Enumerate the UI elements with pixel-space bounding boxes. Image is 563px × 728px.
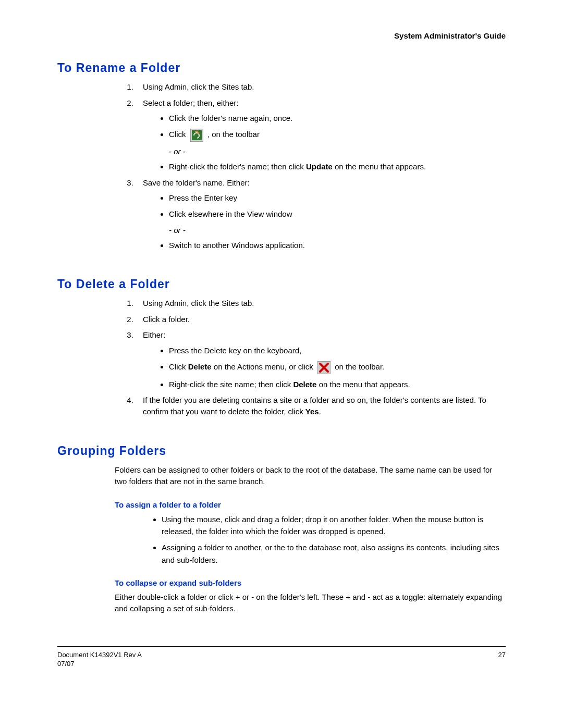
sub-bullets: Press the Delete key on the keyboard, Cl…: [153, 344, 506, 390]
bullet-text-pre: Click: [169, 130, 188, 139]
collapse-expand-paragraph: Either double-click a folder or click + …: [115, 591, 506, 615]
bullet-text-post: , on the toolbar: [207, 130, 260, 139]
bullet-text: Press the Delete key on the keyboard,: [169, 346, 301, 355]
bold-word: Update: [306, 162, 333, 171]
bullet-text-post: on the menu that appears.: [316, 380, 410, 389]
list-item: Either: Press the Delete key on the keyb…: [136, 329, 506, 390]
bullet-text-pre: Click: [169, 362, 188, 371]
list-item: Assigning a folder to another, or the to…: [162, 541, 506, 566]
bullet-text: Click elsewhere in the View window: [169, 209, 292, 218]
bullet-text: Press the Enter key: [169, 193, 237, 202]
sub-bullets: Switch to another Windows application.: [153, 239, 506, 251]
grouping-intro: Folders can be assigned to other folders…: [115, 464, 506, 488]
step-text: Select a folder; then, either:: [143, 98, 238, 107]
delete-steps-list: Using Admin, click the Sites tab. Click …: [115, 298, 506, 418]
or-separator: - or -: [169, 146, 506, 158]
list-item: Right-click the site name; then click De…: [169, 378, 506, 390]
rename-steps-list: Using Admin, click the Sites tab. Select…: [115, 81, 506, 251]
step-text: Save the folder's name. Either:: [143, 178, 250, 187]
heading-grouping-folders: Grouping Folders: [57, 444, 506, 458]
bullet-text-post: on the menu that appears.: [333, 162, 426, 171]
list-item: Using Admin, click the Sites tab.: [136, 81, 506, 93]
header-guide-title: System Administrator's Guide: [57, 31, 506, 40]
bold-word: Delete: [188, 362, 212, 371]
sub-bullets: Right-click the folder's name; then clic…: [153, 161, 506, 172]
step-text: Using Admin, click the Sites tab.: [143, 299, 254, 307]
sub-bullets: Click the folder's name again, once. Cli…: [153, 112, 506, 142]
bullet-text-mid: on the Actions menu, or click: [212, 362, 315, 371]
heading-delete-folder: To Delete a Folder: [57, 277, 506, 291]
footer-divider: [57, 646, 506, 647]
list-item: Click the folder's name again, once.: [169, 112, 506, 124]
bullet-text: Assigning a folder to another, or the to…: [162, 543, 499, 564]
list-item: Using Admin, click the Sites tab.: [136, 298, 506, 310]
footer-date: 07/07: [57, 660, 142, 669]
list-item: Save the folder's name. Either: Press th…: [136, 177, 506, 252]
list-item: Click elsewhere in the View window: [169, 208, 506, 220]
list-item: If the folder you are deleting contains …: [136, 394, 506, 418]
step-text: Using Admin, click the Sites tab.: [143, 82, 254, 91]
list-item: Select a folder; then, either: Click the…: [136, 97, 506, 173]
bullet-text: Switch to another Windows application.: [169, 241, 305, 250]
subheading-assign-folder: To assign a folder to a folder: [115, 500, 506, 509]
step-text-post: .: [319, 407, 321, 416]
footer-left: Document K14392V1 Rev A 07/07: [57, 651, 142, 669]
assign-bullets: Using the mouse, click and drag a folder…: [146, 513, 506, 566]
sub-bullets: Press the Enter key Click elsewhere in t…: [153, 192, 506, 220]
page-footer: Document K14392V1 Rev A 07/07 27: [57, 651, 506, 669]
bullet-text-pre: Right-click the site name; then click: [169, 380, 293, 389]
list-item: Using the mouse, click and drag a folder…: [162, 513, 506, 538]
bullet-text: Click the folder's name again, once.: [169, 114, 292, 122]
list-item: Press the Enter key: [169, 192, 506, 204]
list-item: Click , on the toolbar: [169, 128, 506, 142]
list-item: Click a folder.: [136, 314, 506, 326]
step-text: Either:: [143, 330, 165, 339]
step-text: Click a folder.: [143, 315, 190, 324]
bold-word: Yes: [305, 407, 319, 416]
bullet-text-pre: Right-click the folder's name; then clic…: [169, 162, 306, 171]
list-item: Click Delete on the Actions menu, or cli…: [169, 361, 506, 374]
or-separator: - or -: [169, 225, 506, 237]
list-item: Right-click the folder's name; then clic…: [169, 161, 506, 172]
heading-rename-folder: To Rename a Folder: [57, 61, 506, 75]
bold-word: Delete: [293, 380, 316, 389]
footer-doc-id: Document K14392V1 Rev A: [57, 651, 142, 660]
subheading-collapse-expand: To collapse or expand sub-folders: [115, 578, 506, 587]
document-page: System Administrator's Guide To Rename a…: [0, 0, 563, 689]
bullet-text: Using the mouse, click and drag a folder…: [162, 515, 483, 536]
bullet-text-post: on the toolbar.: [335, 362, 384, 371]
list-item: Press the Delete key on the keyboard,: [169, 344, 506, 356]
refresh-icon: [190, 129, 203, 142]
page-number: 27: [498, 651, 506, 669]
list-item: Switch to another Windows application.: [169, 239, 506, 251]
delete-x-icon: [317, 361, 331, 374]
